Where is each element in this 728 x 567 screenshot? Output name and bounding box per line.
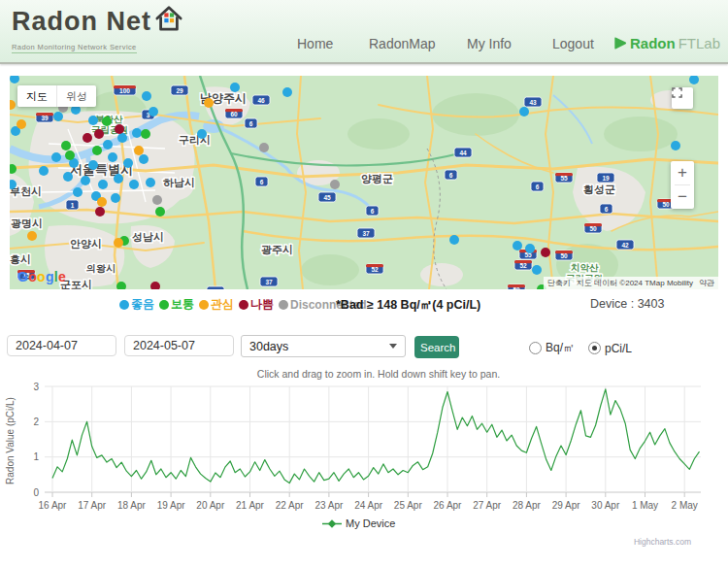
map-marker-bad[interactable] [95, 207, 105, 217]
legend-label: 좋음 [131, 296, 154, 313]
map-marker-normal[interactable] [92, 146, 102, 155]
map-marker-good[interactable] [98, 180, 108, 189]
map-marker-good[interactable] [519, 107, 529, 117]
map-button[interactable]: 지도 [17, 85, 56, 107]
radon-chart[interactable]: 012316 Apr17 Apr18 Apr19 Apr20 Apr21 Apr… [0, 381, 728, 555]
unit-option-bq[interactable]: Bq/㎥ [529, 340, 575, 356]
google-logo[interactable]: Google [17, 269, 66, 284]
map-marker-bad[interactable] [94, 129, 104, 139]
svg-text:6: 6 [260, 179, 264, 185]
svg-text:43: 43 [529, 99, 537, 106]
map-marker-good[interactable] [51, 152, 61, 162]
ftlab-ftlab-text: FTLab [678, 35, 720, 51]
map-marker-normal[interactable] [102, 117, 112, 126]
radon-net-page: Radon Net Radon Monitoring Network Servi… [0, 0, 728, 567]
highcharts-credits[interactable]: Highcharts.com [634, 537, 691, 547]
route-shield: 50 [555, 250, 573, 260]
range-select[interactable]: 30days [241, 335, 406, 357]
series-line-my-device[interactable] [52, 389, 700, 484]
radio-pci-icon[interactable] [588, 342, 601, 354]
map-marker-good[interactable] [149, 107, 158, 117]
svg-text:37: 37 [265, 279, 273, 285]
map-marker-normal[interactable] [155, 207, 165, 217]
map-marker-good[interactable] [532, 265, 542, 275]
map-marker-good[interactable] [117, 133, 127, 143]
map-marker-good[interactable] [146, 178, 155, 187]
map-marker-disc[interactable] [330, 180, 340, 189]
satellite-button[interactable]: 위성 [56, 85, 96, 107]
start-date-input[interactable] [7, 335, 116, 356]
x-axis-label: 29 Apr [552, 500, 581, 511]
map-marker-warn[interactable] [204, 98, 214, 108]
map-marker-good[interactable] [525, 244, 535, 253]
radon-map[interactable]: 3910029346446456376655195552505065042375… [10, 76, 718, 289]
map-marker-good[interactable] [88, 116, 98, 125]
map-marker-good[interactable] [129, 180, 139, 189]
map-marker-warn[interactable] [27, 231, 37, 241]
svg-text:6: 6 [249, 120, 253, 127]
nav-radonmap[interactable]: RadonMap [369, 36, 436, 51]
nav-logout[interactable]: Logout [552, 36, 594, 51]
zoom-out-button[interactable]: − [671, 185, 694, 209]
map-marker-normal[interactable] [61, 141, 71, 150]
map-marker-disc[interactable] [259, 143, 269, 152]
map-marker-good[interactable] [63, 172, 73, 182]
nav-myinfo[interactable]: My Info [467, 36, 512, 51]
ftlab-radon-text: Radon [630, 35, 676, 51]
map-marker-good[interactable] [88, 160, 98, 170]
map-marker-disc[interactable] [152, 195, 162, 205]
map-marker-warn[interactable] [134, 146, 144, 155]
map-marker-good[interactable] [142, 91, 151, 101]
map-terms-link[interactable]: 약관 [699, 278, 714, 288]
map-marker-good[interactable] [108, 152, 117, 162]
map-marker-bad[interactable] [115, 124, 124, 134]
fullscreen-button[interactable] [672, 87, 693, 109]
map-marker-warn[interactable] [114, 238, 123, 248]
chart-legend-item[interactable]: My Device [322, 517, 395, 529]
x-axis-label: 19 Apr [157, 500, 186, 511]
map-marker-good[interactable] [103, 140, 113, 150]
map-marker-good[interactable] [111, 193, 120, 203]
zoom-in-button[interactable]: + [671, 161, 694, 184]
map-marker-good[interactable] [73, 187, 83, 197]
map-zoom-control: + − [671, 161, 694, 209]
route-shield: 6 [366, 206, 379, 216]
map-marker-good[interactable] [139, 154, 149, 164]
svg-text:46: 46 [257, 97, 265, 104]
map-marker-normal[interactable] [141, 129, 150, 139]
map-marker-good[interactable] [114, 174, 123, 183]
map-marker-good[interactable] [282, 87, 292, 97]
map-marker-good[interactable] [53, 112, 63, 121]
map-marker-warn[interactable] [97, 197, 107, 207]
legend-dot-warn [199, 300, 209, 310]
map-marker-good[interactable] [671, 141, 680, 150]
map-marker-bad[interactable] [83, 133, 92, 143]
map-marker-bad[interactable] [541, 248, 550, 257]
map-marker-normal[interactable] [65, 150, 75, 160]
map-marker-good[interactable] [123, 158, 133, 168]
map-marker-good[interactable] [39, 166, 49, 176]
map-marker-good[interactable] [449, 235, 459, 245]
svg-text:42: 42 [621, 242, 629, 249]
radio-bq-icon[interactable] [529, 342, 542, 354]
map-marker-good[interactable] [197, 129, 207, 139]
map-marker-good[interactable] [513, 241, 522, 250]
route-shield: 29 [171, 85, 188, 95]
search-button[interactable]: Search [414, 336, 459, 358]
unit-label-bq: Bq/㎥ [546, 340, 575, 356]
map-shortcuts-link[interactable]: 단축키 [547, 278, 571, 288]
map-place-label: 하남시 [163, 177, 195, 188]
unit-option-pci[interactable]: pCi/L [588, 342, 632, 355]
x-axis-label: 25 Apr [394, 500, 423, 511]
map-type-control: 지도 위성 [17, 85, 96, 107]
nav-home[interactable]: Home [297, 36, 333, 51]
map-canvas[interactable]: 3910029346446456376655195552505065042375… [10, 76, 718, 289]
legend-label: 관심 [211, 296, 234, 313]
end-date-input[interactable] [124, 335, 234, 356]
map-attribution: 단축키 지도 데이터 ©2024 TMap Mobility 약관 [544, 277, 718, 289]
map-marker-good[interactable] [132, 128, 142, 138]
map-marker-good[interactable] [81, 176, 90, 185]
route-shield: 44 [454, 148, 472, 157]
map-marker-warn[interactable] [17, 119, 26, 129]
map-marker-good[interactable] [230, 83, 240, 92]
